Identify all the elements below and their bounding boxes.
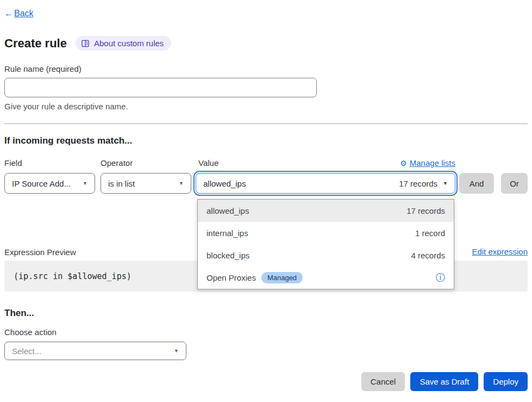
book-icon xyxy=(82,40,90,47)
list-item-records: 1 record xyxy=(415,228,445,238)
list-item-name: blocked_ips xyxy=(206,251,249,260)
or-button[interactable]: Or xyxy=(501,173,528,194)
and-button[interactable]: And xyxy=(459,173,494,194)
deploy-button[interactable]: Deploy xyxy=(484,372,528,391)
chevron-down-icon: ▼ xyxy=(179,181,184,186)
back-link-label: Back xyxy=(14,9,34,18)
operator-select-value: is in list xyxy=(108,179,135,188)
expression-preview-label: Expression Preview xyxy=(4,248,76,257)
field-select-value: IP Source Add... xyxy=(12,179,71,188)
value-label: Value xyxy=(198,158,218,168)
manage-lists-label: Manage lists xyxy=(410,158,455,168)
managed-badge: Managed xyxy=(261,272,303,283)
about-badge-label: About custom rules xyxy=(94,39,164,48)
list-item-open-proxies[interactable]: Open Proxies Managed ⓘ xyxy=(198,267,454,289)
list-item-records: 4 records xyxy=(411,251,445,260)
manage-lists-link[interactable]: ⚙ Manage lists xyxy=(400,158,455,168)
then-section-heading: Then... xyxy=(4,308,34,319)
list-dropdown-menu: allowed_ips 17 records internal_ips 1 re… xyxy=(197,199,454,289)
back-link[interactable]: ←Back xyxy=(4,9,34,18)
back-arrow-icon: ← xyxy=(4,9,13,18)
page-title: Create rule xyxy=(4,36,67,51)
list-item-blocked-ips[interactable]: blocked_ips 4 records xyxy=(198,244,454,267)
list-item-name: Open Proxies xyxy=(206,273,256,282)
chevron-down-icon: ▼ xyxy=(443,181,448,186)
list-item-name: internal_ips xyxy=(206,228,248,238)
field-select[interactable]: IP Source Add... ▼ xyxy=(4,173,95,194)
action-select[interactable]: Select... ▼ xyxy=(4,342,186,360)
match-section-heading: If incoming requests match... xyxy=(4,135,132,146)
list-item-name: allowed_ips xyxy=(206,206,249,215)
about-custom-rules-link[interactable]: About custom rules xyxy=(76,36,171,51)
cancel-button[interactable]: Cancel xyxy=(361,372,405,391)
create-rule-page: ←Back Create rule About custom rules Rul… xyxy=(0,0,532,402)
chevron-down-icon: ▼ xyxy=(174,348,179,354)
section-divider xyxy=(4,123,528,124)
value-select-value: allowed_ips xyxy=(203,179,246,188)
info-icon[interactable]: ⓘ xyxy=(436,273,445,282)
rule-name-input[interactable] xyxy=(4,78,317,97)
value-select-records: 17 records xyxy=(399,179,437,188)
edit-expression-link[interactable]: Edit expression xyxy=(472,247,528,256)
expression-code: (ip.src in $allowed_ips) xyxy=(4,271,132,281)
field-label: Field xyxy=(4,158,22,168)
list-item-records: 17 records xyxy=(406,206,445,215)
list-item-allowed-ips[interactable]: allowed_ips 17 records xyxy=(198,200,454,222)
gear-icon: ⚙ xyxy=(400,159,407,168)
list-item-internal-ips[interactable]: internal_ips 1 record xyxy=(198,222,454,244)
footer-actions: Cancel Save as Draft Deploy xyxy=(361,372,528,391)
chevron-down-icon: ▼ xyxy=(83,181,87,186)
rule-name-label: Rule name (required) xyxy=(4,64,82,73)
operator-select[interactable]: is in list ▼ xyxy=(101,173,191,194)
value-select[interactable]: allowed_ips 17 records ▼ xyxy=(196,173,455,194)
action-select-placeholder: Select... xyxy=(12,347,41,356)
save-as-draft-button[interactable]: Save as Draft xyxy=(410,372,478,391)
choose-action-label: Choose action xyxy=(4,327,57,337)
title-row: Create rule About custom rules xyxy=(4,36,171,51)
rule-name-helper-text: Give your rule a descriptive name. xyxy=(4,102,128,111)
operator-label: Operator xyxy=(101,158,133,168)
